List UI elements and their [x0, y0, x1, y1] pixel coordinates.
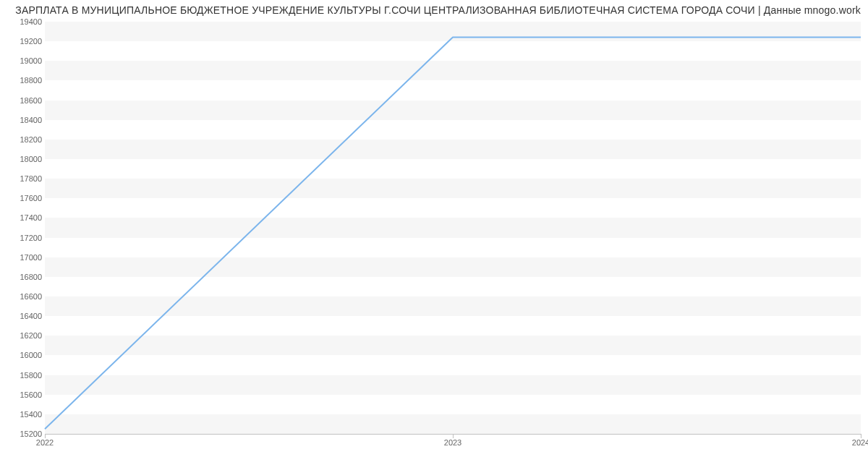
y-tick-label: 18800 [6, 76, 42, 85]
y-tick-label: 16600 [6, 292, 42, 301]
y-tick-label: 16400 [6, 312, 42, 320]
y-tick-label: 17400 [6, 213, 42, 222]
y-tick-label: 17800 [6, 174, 42, 183]
y-tick-label: 16800 [6, 273, 42, 281]
x-tick-label: 2022 [36, 438, 54, 447]
y-tick-label: 17000 [6, 253, 42, 262]
chart-title: ЗАРПЛАТА В МУНИЦИПАЛЬНОЕ БЮДЖЕТНОЕ УЧРЕЖ… [0, 4, 868, 16]
y-tick-label: 17200 [6, 234, 42, 242]
x-tick-label: 2023 [444, 438, 461, 447]
y-tick-label: 15800 [6, 371, 42, 380]
y-tick-label: 15600 [6, 390, 42, 399]
chart-container: ЗАРПЛАТА В МУНИЦИПАЛЬНОЕ БЮДЖЕТНОЕ УЧРЕЖ… [0, 0, 868, 470]
y-tick-label: 16200 [6, 331, 42, 340]
y-tick-label: 16000 [6, 351, 42, 359]
y-tick-label: 19000 [6, 56, 42, 65]
y-tick-label: 17600 [6, 194, 42, 202]
y-tick-label: 19200 [6, 37, 42, 46]
y-tick-label: 19400 [6, 17, 42, 26]
y-tick-label: 18000 [6, 155, 42, 163]
plot-area [45, 22, 861, 435]
y-tick-label: 18400 [6, 116, 42, 124]
line-series [45, 22, 861, 434]
y-tick-label: 18600 [6, 96, 42, 105]
y-tick-label: 15400 [6, 410, 42, 419]
y-tick-label: 15200 [6, 430, 42, 438]
x-tick-label: 2024 [852, 438, 868, 447]
y-tick-label: 18200 [6, 135, 42, 144]
